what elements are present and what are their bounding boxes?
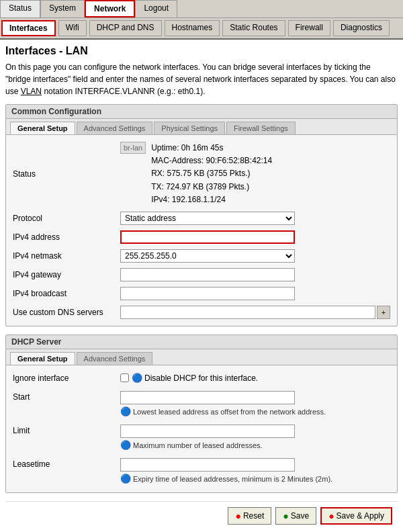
dhcp-server-tabs: General Setup Advanced Settings [6,349,397,365]
ignore-interface-label: Ignore interface [13,373,120,383]
sub-navigation: Interfaces Wifi DHCP and DNS Hostnames S… [0,18,403,40]
ipv4broadcast-label: IPv4 broadcast [13,289,120,298]
ignore-interface-description: Disable DHCP for this interface. [144,373,258,383]
ipv4gateway-row: IPv4 gateway [13,265,390,284]
protocol-select[interactable]: Static address DHCP client PPPoE None [120,212,295,225]
start-row: Start 100 🔵Lowest leased address as offs… [13,387,390,420]
dhcp-tab-advanced-settings[interactable]: Advanced Settings [77,352,153,365]
ipv4broadcast-value [120,287,390,300]
subnav-firewall[interactable]: Firewall [288,20,330,36]
page-content: Interfaces - LAN On this page you can co… [0,40,403,532]
start-value: 100 🔵Lowest leased address as offset fro… [120,391,390,418]
add-dns-button[interactable]: + [377,306,390,319]
ipv4-text: IPv4: 192.168.1.1/24 [151,193,272,206]
leasetime-input[interactable]: 12h [120,458,295,472]
reset-button[interactable]: ● Reset [228,507,271,525]
save-button[interactable]: ● Save [275,507,316,525]
nav-network[interactable]: Network [85,0,135,17]
leasetime-row: Leasetime 12h 🔵Expiry time of leased add… [13,454,390,488]
status-label: Status [13,169,120,179]
custom-dns-input[interactable] [120,306,375,319]
common-config-form: Status br-lan Uptime: 0h 16m 45s MAC-Add… [6,135,397,326]
leasetime-helper: 🔵Expiry time of leased addresses, minimu… [120,473,332,485]
custom-dns-input-group: + [120,306,390,319]
limit-input[interactable]: 150 [120,425,295,438]
start-info-icon: 🔵 [120,406,131,416]
tab-general-setup[interactable]: General Setup [10,122,75,134]
nav-status[interactable]: Status [0,0,40,17]
uptime-text: Uptime: 0h 16m 45s [151,142,272,154]
ipv4address-value: 192.168.0.1 [120,230,390,244]
ipv4broadcast-input[interactable] [120,287,295,300]
status-details: Uptime: 0h 16m 45s MAC-Address: 90:F6:52… [151,142,272,206]
limit-label: Limit [13,425,120,435]
dhcp-tab-general-setup[interactable]: General Setup [10,352,75,365]
ipv4address-input[interactable]: 192.168.0.1 [120,230,295,244]
subnav-static-routes[interactable]: Static Routes [222,20,285,36]
top-navigation: Status System Network Logout [0,0,403,18]
limit-info-icon: 🔵 [120,440,131,450]
ipv4gateway-value [120,268,390,281]
ipv4netmask-label: IPv4 netmask [13,251,120,261]
protocol-row: Protocol Static address DHCP client PPPo… [13,209,390,228]
status-row: Status br-lan Uptime: 0h 16m 45s MAC-Add… [13,139,390,209]
tab-firewall-settings[interactable]: Firewall Settings [226,122,296,134]
ignore-interface-row: Ignore interface 🔵 Disable DHCP for this… [13,369,390,387]
vlan-link[interactable]: VLAN [21,87,42,96]
ipv4netmask-row: IPv4 netmask 255.255.255.0 255.255.0.0 2… [13,247,390,265]
status-area: br-lan Uptime: 0h 16m 45s MAC-Address: 9… [120,142,272,206]
dhcp-server-title: DHCP Server [6,335,397,349]
ipv4netmask-value: 255.255.255.0 255.255.0.0 255.0.0.0 [120,249,390,263]
ipv4broadcast-row: IPv4 broadcast [13,284,390,303]
limit-value: 150 🔵Maximum number of leased addresses. [120,425,390,451]
nav-system[interactable]: System [40,0,85,17]
reset-icon: ● [235,511,240,521]
leasetime-label: Leasetime [13,458,120,469]
subnav-hostnames[interactable]: Hostnames [165,20,220,36]
page-title: Interfaces - LAN [5,45,398,57]
tx-text: TX: 724.97 KB (3789 Pkts.) [151,181,272,193]
save-apply-icon: ● [328,511,334,521]
dhcp-server-form: Ignore interface 🔵 Disable DHCP for this… [6,365,397,492]
dhcp-server-section: DHCP Server General Setup Advanced Setti… [5,335,398,493]
ipv4netmask-select[interactable]: 255.255.255.0 255.255.0.0 255.0.0.0 [120,249,295,263]
protocol-label: Protocol [13,214,120,223]
limit-row: Limit 150 🔵Maximum number of leased addr… [13,420,390,454]
custom-dns-value: + [120,306,390,319]
start-label: Start [13,391,120,402]
subnav-dhcp-dns[interactable]: DHCP and DNS [89,20,162,36]
start-helper: 🔵Lowest leased address as offset from th… [120,406,326,418]
subnav-interfaces[interactable]: Interfaces [1,20,56,36]
save-label: Save [291,511,309,521]
page-description: On this page you can configure the netwo… [5,61,398,97]
custom-dns-label: Use custom DNS servers [13,308,120,317]
rx-text: RX: 575.75 KB (3755 Pkts.) [151,167,272,180]
save-apply-label: Save & Apply [337,511,384,521]
br-lan-icon: br-lan [120,142,146,154]
save-icon: ● [283,511,288,521]
reset-label: Reset [243,511,264,521]
ignore-info-icon: 🔵 [132,373,142,383]
start-input[interactable]: 100 [120,391,295,404]
ignore-interface-checkbox[interactable] [120,373,129,382]
leasetime-value: 12h 🔵Expiry time of leased addresses, mi… [120,458,390,485]
ipv4gateway-input[interactable] [120,268,295,281]
tab-physical-settings[interactable]: Physical Settings [154,122,225,134]
common-config-section: Common Configuration General Setup Advan… [5,104,398,326]
subnav-diagnostics[interactable]: Diagnostics [333,20,390,36]
bottom-bar: ● Reset ● Save ● Save & Apply [5,501,398,530]
leasetime-info-icon: 🔵 [120,474,131,484]
common-config-title: Common Configuration [6,105,397,119]
subnav-wifi[interactable]: Wifi [58,20,87,36]
mac-text: MAC-Address: 90:F6:52:8B:42:14 [151,154,272,167]
tab-advanced-settings[interactable]: Advanced Settings [77,122,153,134]
custom-dns-row: Use custom DNS servers + [13,303,390,322]
ipv4address-row: IPv4 address 192.168.0.1 [13,228,390,247]
ipv4address-label: IPv4 address [13,232,120,242]
ipv4gateway-label: IPv4 gateway [13,270,120,279]
status-value: br-lan Uptime: 0h 16m 45s MAC-Address: 9… [120,142,390,206]
protocol-value: Static address DHCP client PPPoE None [120,212,390,225]
nav-logout[interactable]: Logout [135,0,177,17]
limit-helper: 🔵Maximum number of leased addresses. [120,439,263,451]
save-apply-button[interactable]: ● Save & Apply [320,507,392,525]
